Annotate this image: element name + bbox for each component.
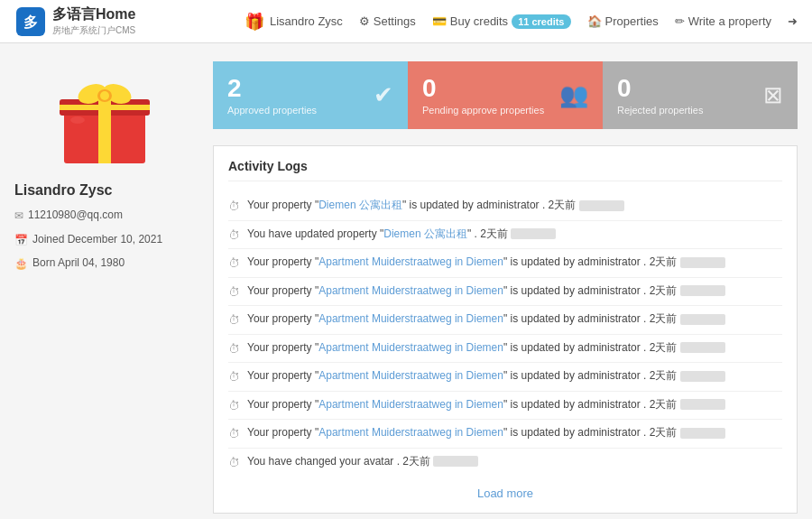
activity-property-link[interactable]: Apartment Muiderstraatweg in Diemen <box>318 398 503 411</box>
approved-card: 2 Approved properties ✔ <box>213 61 408 129</box>
activity-text: Your property "Apartment Muiderstraatweg… <box>247 254 725 270</box>
pending-card: 0 Pending approve properties 👥 <box>408 61 603 129</box>
logout-nav-item[interactable]: ➜ <box>788 14 798 28</box>
logo: 多 多语言Home 房地产系统门户CMS <box>14 5 135 38</box>
activity-text: You have updated property "Diemen 公寓出租" … <box>247 226 556 242</box>
activity-property-link[interactable]: Apartment Muiderstraatweg in Diemen <box>318 369 503 382</box>
activity-item: ⏱Your property "Diemen 公寓出租" is updated … <box>228 192 782 221</box>
profile-joined: Joined December 10, 2021 <box>32 230 162 250</box>
activity-item: ⏱You have changed your avatar . 2天前 <box>228 449 782 477</box>
activity-id-blur <box>680 257 725 268</box>
activity-item: ⏱Your property "Apartment Muiderstraatwe… <box>228 306 782 335</box>
content-area: 2 Approved properties ✔ 0 Pending approv… <box>213 61 798 514</box>
svg-rect-5 <box>60 105 150 110</box>
settings-label: Settings <box>374 14 416 28</box>
credits-icon: 💳 <box>432 14 447 28</box>
approved-count: 2 <box>227 74 317 103</box>
activity-property-link[interactable]: Apartment Muiderstraatweg in Diemen <box>318 341 503 354</box>
write-property-nav-item[interactable]: ✏ Write a property <box>675 14 771 28</box>
write-property-label: Write a property <box>688 14 771 28</box>
pending-icon: 👥 <box>559 81 588 109</box>
activity-property-link[interactable]: Diemen 公寓出租 <box>383 227 467 240</box>
properties-icon: 🏠 <box>587 14 602 28</box>
logo-sub: 房地产系统门户CMS <box>52 24 135 37</box>
activity-property-link[interactable]: Apartment Muiderstraatweg in Diemen <box>318 312 503 325</box>
activity-text: Your property "Apartment Muiderstraatweg… <box>247 367 725 384</box>
activity-id-blur <box>680 399 725 410</box>
activity-text: Your property "Apartment Muiderstraatweg… <box>247 424 725 440</box>
profile-info: ✉ 11210980@qq.com 📅 Joined December 10, … <box>14 206 195 274</box>
clock-icon: ⏱ <box>228 368 240 386</box>
profile-joined-item: 📅 Joined December 10, 2021 <box>14 230 195 251</box>
activity-property-link[interactable]: Apartment Muiderstraatweg in Diemen <box>318 255 503 268</box>
svg-point-9 <box>100 91 109 100</box>
profile-born-item: 🎂 Born April 04, 1980 <box>14 254 195 274</box>
activity-property-link[interactable]: Apartment Muiderstraatweg in Diemen <box>318 284 503 297</box>
clock-icon: ⏱ <box>228 454 240 472</box>
header: 多 多语言Home 房地产系统门户CMS 🎁 Lisandro Zysc ⚙ S… <box>0 0 812 43</box>
profile-born: Born April 04, 1980 <box>32 254 125 273</box>
buy-credits-nav-item[interactable]: 💳 Buy credits 11 credits <box>432 14 571 29</box>
settings-nav-item[interactable]: ⚙ Settings <box>359 14 416 28</box>
activity-item: ⏱You have updated property "Diemen 公寓出租"… <box>228 221 782 250</box>
activity-id-blur <box>511 228 556 239</box>
activity-property-link[interactable]: Apartment Muiderstraatweg in Diemen <box>318 426 503 439</box>
activity-text: Your property "Apartment Muiderstraatweg… <box>247 310 725 327</box>
activity-item: ⏱Your property "Apartment Muiderstraatwe… <box>228 420 782 449</box>
email-icon: ✉ <box>14 207 23 227</box>
activity-id-blur <box>680 314 725 325</box>
activity-text: Your property "Apartment Muiderstraatweg… <box>247 339 725 356</box>
activity-id-blur <box>680 371 725 382</box>
activity-id-blur <box>579 200 624 211</box>
main-wrapper: Lisandro Zysc ✉ 11210980@qq.com 📅 Joined… <box>0 43 812 519</box>
logo-text: 多语言Home <box>52 6 135 22</box>
activity-text: Your property "Apartment Muiderstraatweg… <box>247 396 725 412</box>
stat-cards: 2 Approved properties ✔ 0 Pending approv… <box>213 61 798 129</box>
pending-label: Pending approve properties <box>422 105 544 116</box>
approved-label: Approved properties <box>227 105 317 116</box>
activity-section: Activity Logs ⏱Your property "Diemen 公寓出… <box>213 145 798 514</box>
clock-icon: ⏱ <box>228 397 240 415</box>
activity-item: ⏱Your property "Apartment Muiderstraatwe… <box>228 278 782 307</box>
rejected-card: 0 Rejected properties ⊠ <box>603 61 798 129</box>
clock-icon: ⏱ <box>228 340 240 358</box>
calendar-icon: 📅 <box>14 231 28 251</box>
svg-text:多: 多 <box>23 14 38 30</box>
clock-icon: ⏱ <box>228 227 240 245</box>
logout-icon: ➜ <box>788 14 798 28</box>
gift-icon <box>51 61 159 170</box>
profile-email: 11210980@qq.com <box>28 206 123 226</box>
clock-icon: ⏱ <box>228 425 240 443</box>
gift-nav-icon: 🎁 <box>245 12 264 32</box>
buy-credits-label: Buy credits <box>450 14 508 28</box>
header-username: Lisandro Zysc <box>270 14 343 28</box>
pending-count: 0 <box>422 74 544 103</box>
profile-email-item: ✉ 11210980@qq.com <box>14 206 195 227</box>
credits-badge: 11 credits <box>512 14 570 29</box>
rejected-label: Rejected properties <box>617 105 703 116</box>
clock-icon: ⏱ <box>228 311 240 329</box>
activity-text: Your property "Apartment Muiderstraatweg… <box>247 283 725 299</box>
load-more-wrapper: Load more <box>228 487 782 500</box>
birthday-icon: 🎂 <box>14 255 28 274</box>
activity-text: You have changed your avatar . 2天前 <box>247 453 478 469</box>
activity-id-blur <box>680 342 725 353</box>
activity-list: ⏱Your property "Diemen 公寓出租" is updated … <box>228 192 782 476</box>
clock-icon: ⏱ <box>228 255 240 273</box>
properties-nav-item[interactable]: 🏠 Properties <box>587 14 659 28</box>
write-icon: ✏ <box>675 14 685 28</box>
settings-icon: ⚙ <box>359 14 370 28</box>
activity-property-link[interactable]: Diemen 公寓出租 <box>318 199 402 211</box>
header-nav: 🎁 Lisandro Zysc ⚙ Settings 💳 Buy credits… <box>245 12 798 32</box>
sidebar: Lisandro Zysc ✉ 11210980@qq.com 📅 Joined… <box>14 61 195 514</box>
rejected-icon: ⊠ <box>763 81 783 109</box>
load-more-button[interactable]: Load more <box>477 487 533 500</box>
rejected-count: 0 <box>617 74 703 103</box>
activity-item: ⏱Your property "Apartment Muiderstraatwe… <box>228 249 782 278</box>
profile-name: Lisandro Zysc <box>14 182 195 199</box>
profile-avatar-wrapper <box>51 61 159 170</box>
activity-text: Your property "Diemen 公寓出租" is updated b… <box>247 197 624 213</box>
header-user[interactable]: 🎁 Lisandro Zysc <box>245 12 343 32</box>
activity-item: ⏱Your property "Apartment Muiderstraatwe… <box>228 392 782 421</box>
activity-item: ⏱Your property "Apartment Muiderstraatwe… <box>228 335 782 364</box>
